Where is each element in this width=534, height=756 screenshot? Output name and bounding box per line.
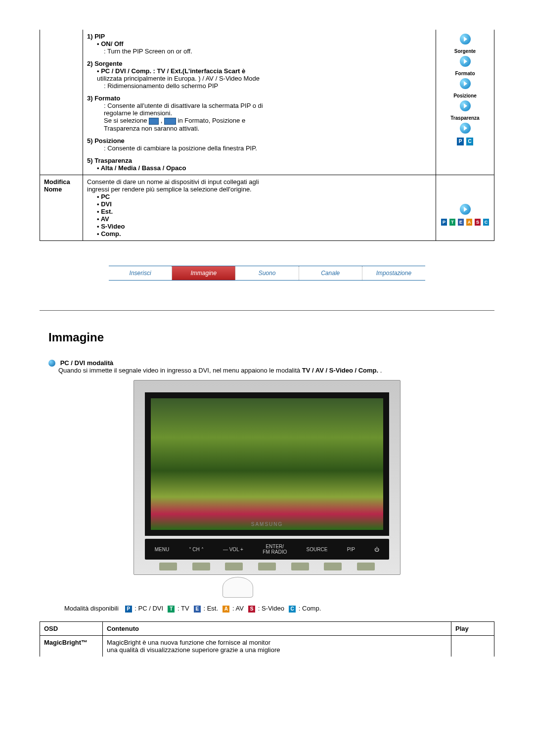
formato-l3: Se si selezione , in Formato, Posizione … — [104, 117, 432, 125]
row1-left-cell — [40, 30, 83, 175]
mode-a-icon: A — [222, 606, 229, 613]
play-icon[interactable] — [460, 100, 471, 111]
mn-b1: • PC — [97, 193, 432, 200]
mn-l1: Consente di dare un nome ai dispositivi … — [87, 178, 432, 186]
mn-l2: ingressi per rendere più semplice la sel… — [87, 186, 432, 193]
mn-b3: • Est. — [97, 208, 432, 215]
pc-mode-badge: P C — [440, 138, 490, 145]
tv-btn-vol[interactable]: — VOL + — [223, 547, 243, 552]
note-text-b: TV / AV / S-Video / Comp. — [302, 367, 378, 374]
play-icon[interactable] — [460, 56, 471, 67]
mode-p-label: : PC / DVI — [134, 605, 163, 612]
tv-stand — [225, 563, 243, 570]
posizione-heading: 5) Posizione — [87, 137, 432, 144]
tv-stand — [159, 563, 177, 570]
tab-immagine[interactable]: Immagine — [172, 266, 235, 280]
mode-s-icon: S — [248, 606, 255, 613]
bullet-icon — [48, 360, 55, 367]
pip-settings-table: 1) PIP • ON/ Off : Turn the PIP Screen o… — [40, 30, 494, 241]
formato-l2: regolarne le dimensioni. — [104, 109, 432, 117]
mode-a-label: : AV — [232, 605, 244, 612]
sorgente-l2: utilizzata principalmente in Europa. ) /… — [97, 75, 432, 82]
formato-l1: : Consente all'utente di disattivare la … — [104, 102, 432, 109]
side-formato: Formato — [440, 71, 490, 76]
td-magicbright-desc: MagicBright è una nuova funzione che for… — [103, 635, 451, 657]
nav-tab-bar: Inserisci Immagine Suono Canale Impostaz… — [109, 266, 425, 281]
play-icon[interactable] — [460, 34, 471, 45]
tv-btn-ch[interactable]: ˅ CH ˄ — [189, 547, 204, 552]
pip-onoff: • ON/ Off — [97, 40, 432, 47]
tv-stand-row — [145, 560, 389, 570]
tab-impostazione[interactable]: Impostazione — [362, 266, 425, 280]
mn-b6: • Comp. — [97, 230, 432, 237]
trasparenza-heading: 5) Trasparenza — [87, 157, 432, 164]
note-text-a: Quando si immette il segnale video in in… — [58, 367, 302, 374]
mn-b2: • DVI — [97, 200, 432, 208]
mode-c-icon: C — [289, 606, 296, 613]
mn-b5: • S-Video — [97, 223, 432, 230]
section-title: Immagine — [48, 331, 494, 344]
mode-e-label: : Est. — [203, 605, 218, 612]
sorgente-l3: : Ridimensionamento dello schermo PIP — [104, 82, 432, 90]
tv-btn-power[interactable]: ⏻ — [374, 547, 379, 552]
side-trasparenza: Trasparenza — [440, 115, 490, 121]
row2-left-cell: Modifica Nome — [40, 175, 83, 240]
pteasc-badge: P T E A S C — [440, 219, 490, 226]
play-icon[interactable] — [460, 123, 471, 134]
tv-stand — [357, 563, 375, 570]
td-magicbright-play — [451, 635, 494, 657]
th-play: Play — [451, 621, 494, 635]
mode-s-label: : S-Video — [258, 605, 284, 612]
mode-c-label: : Comp. — [299, 605, 321, 612]
tv-stand — [324, 563, 342, 570]
section-separator — [40, 310, 494, 311]
row1-content-cell: 1) PIP • ON/ Off : Turn the PIP Screen o… — [83, 30, 436, 175]
formato-l4: Trasparenza non saranno attivati. — [104, 125, 432, 132]
pip-size-icon-1 — [149, 118, 159, 125]
note-text-c: . — [380, 367, 382, 374]
tv-btn-menu[interactable]: MENU — [155, 547, 169, 552]
posizione-l1: : Consente di cambiare la posizione dell… — [104, 144, 432, 152]
sorgente-l1: • PC / DVI / Comp. : TV / Ext.(L'interfa… — [97, 67, 432, 75]
mode-t-icon: T — [168, 606, 175, 613]
play-icon[interactable] — [460, 204, 471, 215]
tab-suono[interactable]: Suono — [235, 266, 299, 280]
tv-frame: SAMSUNG MENU ˅ CH ˄ — VOL + ENTER/ FM RA… — [134, 380, 400, 575]
side-sorgente: Sorgente — [440, 48, 490, 54]
tv-mockup: SAMSUNG MENU ˅ CH ˄ — VOL + ENTER/ FM RA… — [134, 380, 400, 598]
tv-button-bar: MENU ˅ CH ˄ — VOL + ENTER/ FM RADIO SOUR… — [145, 539, 389, 560]
th-contenuto: Contenuto — [103, 621, 451, 635]
row2-side-cell: P T E A S C — [436, 175, 494, 240]
tv-stand — [192, 563, 210, 570]
pip-heading: 1) PIP — [87, 33, 432, 40]
legend-lead: Modalità disponibili — [64, 605, 119, 612]
sorgente-heading: 2) Sorgente — [87, 60, 432, 67]
row2-content-cell: Consente di dare un nome ai dispositivi … — [83, 175, 436, 240]
mode-legend: Modalità disponibili P : PC / DVI T : TV… — [64, 605, 494, 613]
tv-stand — [291, 563, 309, 570]
mn-b4: • AV — [97, 215, 432, 223]
td-magicbright: MagicBright™ — [40, 635, 103, 657]
tab-canale[interactable]: Canale — [299, 266, 362, 280]
trasparenza-l1: • Alta / Media / Bassa / Opaco — [97, 164, 432, 172]
pc-dvi-note: PC / DVI modalità Quando si immette il s… — [48, 359, 494, 375]
formato-heading: 3) Formato — [87, 94, 432, 102]
play-icon[interactable] — [460, 78, 471, 89]
immagine-table: OSD Contenuto Play MagicBright™ MagicBri… — [40, 621, 494, 657]
tv-btn-enter[interactable]: ENTER/ FM RADIO — [263, 544, 287, 555]
note-heading: PC / DVI modalità — [60, 359, 114, 367]
row1-side-cell: Sorgente Formato Posizione Trasparenza P… — [436, 30, 494, 175]
th-osd: OSD — [40, 621, 103, 635]
pip-size-icon-2 — [164, 118, 176, 125]
tab-inserisci[interactable]: Inserisci — [109, 266, 172, 280]
pip-onoff-desc: : Turn the PIP Screen on or off. — [104, 47, 432, 55]
tv-brand-label: SAMSUNG — [151, 521, 383, 527]
hand-icon — [222, 577, 253, 598]
mode-e-icon: E — [194, 606, 201, 613]
tv-stand — [258, 563, 276, 570]
tv-btn-source[interactable]: SOURCE — [307, 547, 328, 552]
mode-p-icon: P — [125, 606, 132, 613]
tv-screen: SAMSUNG — [145, 392, 389, 536]
tv-btn-pip[interactable]: PIP — [347, 547, 355, 552]
side-posizione: Posizione — [440, 93, 490, 98]
